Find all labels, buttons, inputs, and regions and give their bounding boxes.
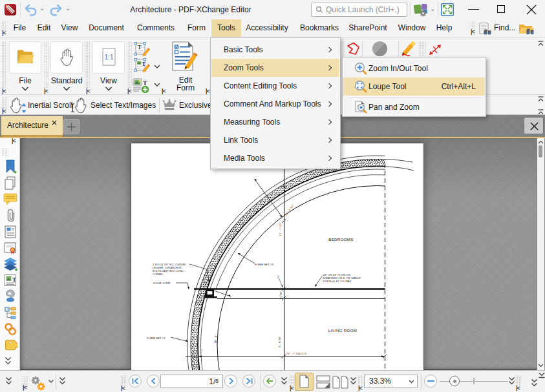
svg-text:T: T — [142, 61, 146, 67]
svg-text:POUR JOINT: POUR JOINT — [153, 282, 171, 285]
svg-text:11 7/8": 11 7/8" — [280, 291, 283, 299]
svg-text:9' - 8 3/4": 9' - 8 3/4" — [278, 336, 281, 347]
svg-text:CORBEL: CORBEL — [153, 273, 164, 276]
svg-text:LIVING ROOM: LIVING ROOM — [328, 328, 358, 333]
svg-text:FORM SET #2: FORM SET #2 — [147, 336, 166, 340]
svg-text:17' - 7 5/8": 17' - 7 5/8" — [279, 222, 282, 236]
svg-text:18' - 0" RADIUS: 18' - 0" RADIUS — [286, 352, 307, 355]
svg-text:JOISTS @ 16" O/C MAX: JOISTS @ 16" O/C MAX — [323, 280, 351, 283]
svg-text:T: T — [12, 276, 16, 283]
svg-text:1:1: 1:1 — [105, 54, 114, 61]
svg-text:5/8": 5/8" — [277, 274, 280, 279]
svg-text:FORM SET #3: FORM SET #3 — [255, 263, 273, 266]
svg-text:T: T — [143, 79, 147, 87]
svg-text:1'-0": 1'-0" — [200, 348, 204, 354]
svg-text:BEDROOMS: BEDROOMS — [328, 237, 354, 242]
svg-text:22' - 9 3/4": 22' - 9 3/4" — [284, 203, 295, 216]
